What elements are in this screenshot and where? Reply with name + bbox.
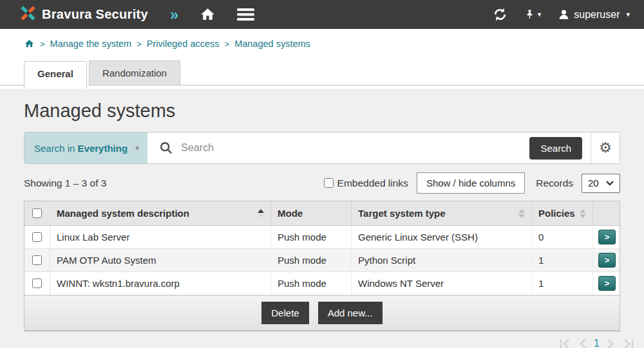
next-page-button[interactable]	[607, 338, 615, 348]
select-all-cell	[24, 201, 50, 225]
breadcrumb-separator: >	[225, 39, 230, 49]
delete-button[interactable]: Delete	[261, 302, 308, 324]
previous-page-button[interactable]	[578, 338, 587, 348]
brand-name: Bravura Security	[42, 7, 148, 22]
caret-down-icon: ▾	[538, 10, 542, 19]
cell-mode: Push mode	[271, 226, 352, 248]
tab-randomization[interactable]: Randomization	[89, 60, 180, 86]
breadcrumb-link-manage-the-system[interactable]: Manage the system	[50, 39, 132, 49]
row-checkbox[interactable]	[32, 232, 42, 242]
cell-policies: 1	[532, 249, 593, 271]
records-per-page-value: 20	[588, 178, 599, 188]
brand-mark-icon	[19, 5, 37, 24]
breadcrumb-home-icon[interactable]	[24, 39, 35, 49]
table-row: Linux Lab Server Push mode Generic Linux…	[24, 226, 620, 249]
row-checkbox[interactable]	[32, 279, 42, 288]
embedded-links-label: Embedded links	[337, 178, 408, 189]
add-new-button[interactable]: Add new...	[318, 302, 383, 324]
show-hide-columns-button[interactable]: Show / hide columns	[417, 172, 525, 194]
current-page-number: 1	[594, 338, 600, 348]
tab-general[interactable]: General	[24, 61, 87, 89]
breadcrumb-link-privileged-access[interactable]: Privileged access	[147, 39, 220, 49]
search-scope-prefix: Search in	[34, 143, 75, 154]
user-icon	[558, 8, 570, 21]
cell-mode: Push mode	[271, 249, 352, 271]
showing-count-label: Showing 1 – 3 of 3	[24, 178, 106, 189]
search-scope-dropdown[interactable]: Search in Everything ▾	[24, 133, 147, 163]
caret-down-icon: ▾	[135, 143, 139, 152]
pagination: 1	[24, 338, 634, 348]
table-footer: Delete Add new...	[24, 295, 620, 331]
search-icon	[159, 141, 173, 155]
caret-down-icon: ▾	[626, 10, 630, 19]
content-area: Managed systems Search in Everything ▾ S…	[0, 89, 644, 348]
app-window: Bravura Security »	[0, 0, 644, 348]
managed-systems-table: Managed system description Mode Target s…	[24, 201, 620, 331]
records-label: Records	[536, 178, 573, 189]
table-header-row: Managed system description Mode Target s…	[24, 201, 620, 226]
open-row-button[interactable]: >	[598, 230, 616, 244]
user-menu[interactable]: superuser ▾	[558, 8, 630, 21]
search-bar: Search in Everything ▾ Search ⚙	[24, 132, 620, 164]
breadcrumb-separator: >	[137, 39, 142, 49]
list-controls: Showing 1 – 3 of 3 Embedded links Show /…	[24, 172, 620, 194]
last-page-button[interactable]	[622, 338, 634, 348]
gear-icon[interactable]: ⚙	[591, 140, 620, 156]
pin-menu-icon[interactable]: ▾	[524, 8, 542, 21]
home-icon[interactable]	[199, 6, 216, 23]
column-header-description[interactable]: Managed system description	[50, 201, 271, 225]
column-header-policies[interactable]: Policies	[532, 201, 593, 225]
select-all-checkbox[interactable]	[32, 208, 42, 218]
sort-icon	[518, 209, 525, 218]
breadcrumb-link-managed-systems[interactable]: Managed systems	[234, 39, 310, 49]
cell-policies: 1	[532, 272, 593, 295]
page-title: Managed systems	[24, 100, 620, 122]
open-row-button[interactable]: >	[598, 276, 616, 291]
sort-ascending-icon	[258, 209, 264, 218]
cell-target-system-type: Python Script	[352, 249, 532, 271]
refresh-icon[interactable]	[493, 7, 507, 22]
cell-description: WINNT: wkstn1.bravura.corp	[50, 272, 271, 295]
search-scope-value: Everything	[78, 143, 128, 154]
cell-description: Linux Lab Server	[50, 226, 271, 248]
chevron-down-icon	[606, 181, 614, 186]
cell-mode: Push mode	[271, 272, 352, 295]
table-row: PAM OTP Auto System Push mode Python Scr…	[24, 249, 620, 272]
cell-policies: 0	[532, 226, 593, 248]
expand-menu-icon[interactable]: »	[170, 7, 178, 23]
hamburger-menu-icon[interactable]	[237, 8, 254, 21]
top-navbar: Bravura Security »	[0, 0, 644, 29]
first-page-button[interactable]	[559, 338, 571, 348]
search-input[interactable]	[173, 142, 529, 154]
column-header-mode: Mode	[271, 201, 352, 225]
tab-bar: General Randomization	[0, 57, 644, 89]
open-row-button[interactable]: >	[598, 253, 616, 268]
column-header-target-system-type[interactable]: Target system type	[352, 201, 532, 225]
records-per-page-select[interactable]: 20	[582, 174, 620, 193]
breadcrumb: > Manage the system > Privileged access …	[0, 29, 644, 57]
sort-icon	[580, 209, 586, 218]
cell-target-system-type: Generic Linux Server (SSH)	[352, 226, 532, 248]
embedded-links-checkbox[interactable]	[324, 178, 334, 188]
breadcrumb-separator: >	[40, 39, 45, 49]
brand-logo[interactable]: Bravura Security	[19, 5, 148, 24]
embedded-links-toggle[interactable]: Embedded links	[324, 178, 408, 189]
table-row: WINNT: wkstn1.bravura.corp Push mode Win…	[24, 272, 620, 295]
search-button[interactable]: Search	[529, 137, 582, 160]
cell-target-system-type: Windows NT Server	[352, 272, 532, 295]
cell-description: PAM OTP Auto System	[50, 249, 271, 271]
username-label: superuser	[574, 9, 620, 21]
row-checkbox[interactable]	[32, 255, 42, 265]
column-header-actions	[593, 201, 620, 225]
